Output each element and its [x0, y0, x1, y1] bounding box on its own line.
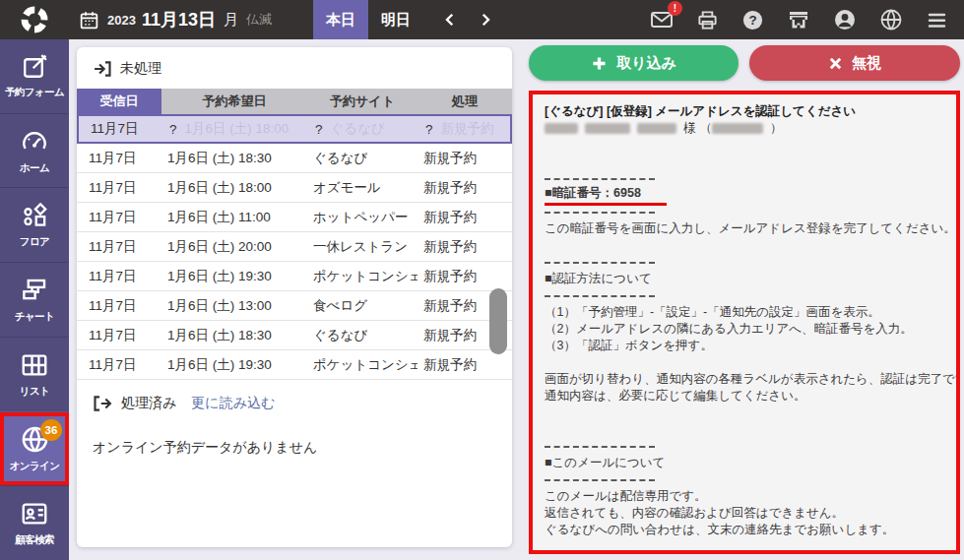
table-row[interactable]: 11月7日1月6日 (土) 20:00一休レストラン新規予約 — [77, 232, 512, 262]
ghost-text: ぐるなび — [331, 120, 385, 138]
topbar-year: 2023 — [107, 13, 136, 28]
cell-received: 11月7日 — [77, 203, 161, 231]
logo-icon — [20, 5, 49, 34]
topbar-rokuyo: 仏滅 — [246, 11, 272, 29]
table-row[interactable]: 11月7日1月6日 (土) 18:30ぐるなび新規予約 — [77, 144, 512, 173]
email-body-line: （2）メールアドレスの隣にある入力エリアへ、暗証番号を入力。 — [545, 321, 944, 338]
cell-text: 11月7日 — [89, 356, 137, 374]
globe-icon[interactable] — [879, 8, 903, 31]
edit-icon — [21, 52, 49, 81]
sidebar-item-3[interactable]: フロア — [0, 187, 69, 262]
sidebar-item-5[interactable]: リスト — [0, 337, 69, 411]
processed-label[interactable]: 処理済み — [121, 395, 176, 412]
cell-text: 新規予約 — [423, 179, 477, 197]
table-row[interactable]: 11月7日1月6日 (土) 11:00ホットペッパー新規予約 — [77, 203, 512, 232]
cell-status: 新規予約 — [418, 232, 512, 261]
cell-site: オズモール — [307, 173, 418, 202]
cell-text: 新規予約 — [423, 297, 477, 315]
sidebar-item-4[interactable]: チャート — [0, 262, 69, 337]
cell-status: 新規予約 — [418, 350, 512, 379]
store-icon[interactable] — [787, 8, 810, 31]
divider-line — [545, 204, 944, 220]
day-tabs: 本日 明日 — [313, 0, 423, 39]
chevron-right-icon[interactable] — [477, 11, 494, 29]
unprocessed-title: 未処理 — [120, 60, 161, 78]
svg-text:?: ? — [748, 13, 756, 28]
paren-open: （ — [700, 120, 713, 137]
processed-row: 処理済み 更に読み込む — [77, 380, 512, 421]
email-body-line: （3）「認証」ボタンを押す。 — [545, 338, 944, 354]
topbar-actions: ! ? — [650, 8, 948, 31]
redacted-text — [545, 123, 578, 134]
ignore-button-label: 無視 — [852, 54, 881, 73]
email-body-line: 画面が切り替わり、通知内容の各種ラベルが表示されたら、認証は完了です。 — [545, 371, 944, 388]
account-icon[interactable] — [833, 8, 857, 31]
help-icon[interactable]: ? — [741, 9, 764, 31]
email-body-line: ぐるなびへの問い合わせは、文末の連絡先までお願いします。 — [545, 522, 944, 538]
sidebar-item-6[interactable]: オンライン36 — [0, 411, 69, 486]
table-row[interactable]: 11月7日1月6日 (土) 13:00食べログ新規予約 — [77, 291, 512, 321]
layers-icon — [20, 276, 49, 305]
blank-line — [545, 137, 944, 154]
gauge-icon — [20, 127, 49, 156]
table-row[interactable]: 11月7日1月6日 (土) 18:00オズモール新規予約 — [77, 173, 512, 203]
divider-bar — [545, 295, 655, 297]
ignore-button[interactable]: 無視 — [749, 45, 960, 81]
calendar-icon[interactable] — [79, 10, 99, 31]
close-icon — [828, 56, 843, 71]
cell-received: 11月7日 — [79, 116, 163, 142]
email-subject: [ぐるなび] [仮登録] メールアドレスを認証してください — [545, 103, 944, 120]
ghost-text: 1月6日 (土) 18:00 — [185, 120, 289, 138]
table-row[interactable]: 11月7日1月6日 (土) 19:30ポケットコンシェ...新規予約 — [77, 350, 512, 380]
cell-received: 11月7日 — [77, 291, 161, 320]
blank-line — [545, 154, 944, 170]
email-body-line: ■認証方法について — [545, 271, 944, 287]
divider-line — [545, 438, 944, 455]
cell-requested: 1月6日 (土) 18:00 — [161, 173, 307, 202]
mail-icon[interactable]: ! — [650, 8, 674, 31]
ghost-text: 新規予約 — [441, 120, 494, 138]
sidebar-item-2[interactable]: ホーム — [0, 113, 69, 188]
cell-text: 1月6日 (土) 18:30 — [167, 327, 272, 344]
cell-text: 11月7日 — [89, 297, 137, 315]
cell-text: 11月7日 — [89, 150, 137, 167]
load-more-link[interactable]: 更に読み込む — [191, 395, 275, 412]
table-row[interactable]: 11月7日1月6日 (土) 18:30ぐるなび新規予約 — [77, 321, 512, 350]
table-row[interactable]: 11月7日?1月6日 (土) 18:00?ぐるなび?新規予約 — [77, 114, 512, 144]
table-scrollbar[interactable] — [489, 288, 507, 354]
import-button[interactable]: 取り込み — [529, 45, 739, 81]
column-header[interactable]: 処理 — [418, 89, 512, 114]
sidebar-item-1[interactable]: 予約フォーム — [0, 39, 69, 113]
table-row[interactable]: 11月7日1月6日 (土) 19:30ポケットコンシェ...新規予約 — [77, 262, 512, 291]
sidebar-item-label: 予約フォーム — [5, 86, 64, 99]
menu-icon[interactable] — [926, 9, 948, 31]
column-header[interactable]: 予約希望日 — [161, 89, 307, 114]
cell-text: ? — [315, 122, 323, 137]
chevron-left-icon[interactable] — [441, 11, 459, 29]
notification-badge: 36 — [40, 419, 62, 441]
cell-requested: 1月6日 (土) 13:00 — [161, 291, 307, 320]
tab-today[interactable]: 本日 — [313, 0, 368, 39]
cell-site: ぐるなび — [307, 144, 418, 172]
cell-text: ホットペッパー — [313, 209, 408, 226]
sidebar-item-7[interactable]: 顧客検索 — [0, 485, 69, 560]
column-header[interactable]: 受信日 — [77, 89, 161, 114]
column-header[interactable]: 予約サイト — [307, 89, 418, 114]
cell-requested: 1月6日 (土) 18:30 — [161, 144, 307, 172]
online-reservation-panel: 未処理 受信日予約希望日予約サイト処理 11月7日?1月6日 (土) 18:00… — [77, 47, 512, 547]
cell-text: ぐるなび — [313, 150, 367, 167]
divider-line — [545, 254, 944, 271]
cell-requested: ?1月6日 (土) 18:00 — [163, 116, 309, 142]
email-body-line: 通知内容は、必要に応じて編集してください。 — [545, 388, 944, 404]
divider-line — [545, 471, 944, 488]
tab-tomorrow[interactable]: 明日 — [368, 0, 423, 39]
cell-status: 新規予約 — [418, 173, 512, 202]
cell-text: 11月7日 — [89, 179, 137, 197]
cell-text: ポケットコンシェ... — [313, 356, 418, 374]
cell-text: 1月6日 (土) 19:30 — [167, 268, 272, 285]
cell-requested: 1月6日 (土) 18:30 — [161, 321, 307, 349]
cell-text: 11月7日 — [89, 268, 137, 285]
app-logo[interactable] — [0, 5, 69, 34]
printer-icon[interactable] — [696, 9, 719, 31]
table-header: 受信日予約希望日予約サイト処理 — [77, 89, 512, 114]
